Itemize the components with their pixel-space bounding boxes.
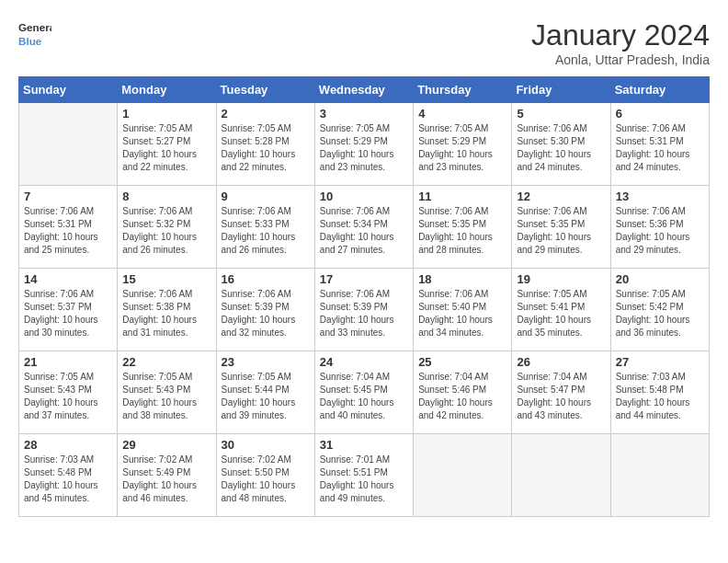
calendar-cell: 25Sunrise: 7:04 AMSunset: 5:46 PMDayligh… — [414, 351, 512, 434]
calendar-cell: 3Sunrise: 7:05 AMSunset: 5:29 PMDaylight… — [314, 103, 413, 186]
cell-content: Sunrise: 7:03 AMSunset: 5:48 PMDaylight:… — [24, 454, 112, 505]
logo: General Blue — [18, 18, 51, 52]
day-number: 30 — [222, 438, 310, 452]
calendar-cell: 31Sunrise: 7:01 AMSunset: 5:51 PMDayligh… — [314, 434, 413, 517]
cell-content: Sunrise: 7:05 AMSunset: 5:44 PMDaylight:… — [222, 371, 310, 422]
day-number: 7 — [24, 190, 112, 203]
cell-content: Sunrise: 7:01 AMSunset: 5:51 PMDaylight:… — [320, 454, 408, 505]
cell-content: Sunrise: 7:06 AMSunset: 5:30 PMDaylight:… — [517, 122, 605, 174]
cell-content: Sunrise: 7:02 AMSunset: 5:50 PMDaylight:… — [222, 454, 310, 505]
cell-content: Sunrise: 7:06 AMSunset: 5:35 PMDaylight:… — [418, 205, 506, 257]
day-number: 9 — [222, 190, 310, 203]
calendar-cell: 5Sunrise: 7:06 AMSunset: 5:30 PMDaylight… — [512, 103, 610, 186]
calendar-cell: 1Sunrise: 7:05 AMSunset: 5:27 PMDaylight… — [118, 103, 216, 186]
weekday-header: Sunday — [19, 77, 118, 103]
cell-content: Sunrise: 7:05 AMSunset: 5:28 PMDaylight:… — [222, 122, 310, 174]
calendar-cell — [414, 434, 512, 517]
calendar-cell: 11Sunrise: 7:06 AMSunset: 5:35 PMDayligh… — [414, 186, 512, 269]
day-number: 19 — [517, 272, 605, 286]
calendar-cell — [512, 434, 610, 517]
calendar-cell: 2Sunrise: 7:05 AMSunset: 5:28 PMDaylight… — [216, 103, 314, 186]
day-number: 20 — [616, 272, 704, 286]
cell-content: Sunrise: 7:06 AMSunset: 5:37 PMDaylight:… — [24, 288, 112, 339]
page-header: General Blue January 2024 Aonla, Uttar P… — [18, 18, 710, 67]
day-number: 3 — [320, 107, 408, 121]
day-number: 1 — [122, 107, 210, 121]
cell-content: Sunrise: 7:03 AMSunset: 5:48 PMDaylight:… — [616, 371, 704, 422]
cell-content: Sunrise: 7:05 AMSunset: 5:43 PMDaylight:… — [122, 371, 210, 422]
calendar-cell: 10Sunrise: 7:06 AMSunset: 5:34 PMDayligh… — [314, 186, 413, 269]
calendar-cell: 20Sunrise: 7:05 AMSunset: 5:42 PMDayligh… — [610, 269, 709, 351]
calendar-cell: 24Sunrise: 7:04 AMSunset: 5:45 PMDayligh… — [314, 351, 413, 434]
weekday-header: Tuesday — [216, 77, 314, 103]
calendar-cell: 18Sunrise: 7:06 AMSunset: 5:40 PMDayligh… — [414, 269, 512, 351]
cell-content: Sunrise: 7:06 AMSunset: 5:32 PMDaylight:… — [122, 205, 210, 257]
day-number: 12 — [517, 190, 605, 203]
calendar-week-row: 1Sunrise: 7:05 AMSunset: 5:27 PMDaylight… — [19, 103, 710, 186]
weekday-header-row: SundayMondayTuesdayWednesdayThursdayFrid… — [19, 77, 710, 103]
calendar-week-row: 28Sunrise: 7:03 AMSunset: 5:48 PMDayligh… — [19, 434, 710, 517]
cell-content: Sunrise: 7:06 AMSunset: 5:39 PMDaylight:… — [320, 288, 408, 339]
cell-content: Sunrise: 7:06 AMSunset: 5:36 PMDaylight:… — [616, 205, 704, 257]
calendar-table: SundayMondayTuesdayWednesdayThursdayFrid… — [18, 76, 710, 517]
calendar-cell: 7Sunrise: 7:06 AMSunset: 5:31 PMDaylight… — [19, 186, 118, 269]
cell-content: Sunrise: 7:06 AMSunset: 5:31 PMDaylight:… — [24, 205, 112, 257]
calendar-week-row: 7Sunrise: 7:06 AMSunset: 5:31 PMDaylight… — [19, 186, 710, 269]
weekday-header: Friday — [512, 77, 610, 103]
cell-content: Sunrise: 7:05 AMSunset: 5:43 PMDaylight:… — [24, 371, 112, 422]
day-number: 6 — [616, 107, 704, 121]
cell-content: Sunrise: 7:06 AMSunset: 5:39 PMDaylight:… — [222, 288, 310, 339]
cell-content: Sunrise: 7:06 AMSunset: 5:35 PMDaylight:… — [517, 205, 605, 257]
calendar-cell: 6Sunrise: 7:06 AMSunset: 5:31 PMDaylight… — [610, 103, 709, 186]
calendar-cell — [610, 434, 709, 517]
cell-content: Sunrise: 7:04 AMSunset: 5:46 PMDaylight:… — [418, 371, 506, 422]
day-number: 4 — [418, 107, 506, 121]
day-number: 29 — [122, 438, 210, 452]
calendar-cell: 12Sunrise: 7:06 AMSunset: 5:35 PMDayligh… — [512, 186, 610, 269]
day-number: 21 — [24, 355, 112, 369]
day-number: 18 — [418, 272, 506, 286]
month-title: January 2024 — [531, 18, 710, 52]
svg-text:Blue: Blue — [18, 35, 42, 47]
weekday-header: Thursday — [414, 77, 512, 103]
day-number: 17 — [320, 272, 408, 286]
calendar-cell: 30Sunrise: 7:02 AMSunset: 5:50 PMDayligh… — [216, 434, 314, 517]
cell-content: Sunrise: 7:06 AMSunset: 5:31 PMDaylight:… — [616, 122, 704, 174]
cell-content: Sunrise: 7:05 AMSunset: 5:29 PMDaylight:… — [320, 122, 408, 174]
cell-content: Sunrise: 7:04 AMSunset: 5:47 PMDaylight:… — [517, 371, 605, 422]
day-number: 13 — [616, 190, 704, 203]
weekday-header: Monday — [118, 77, 216, 103]
svg-text:General: General — [18, 21, 51, 33]
day-number: 5 — [517, 107, 605, 121]
day-number: 8 — [122, 190, 210, 203]
calendar-cell: 9Sunrise: 7:06 AMSunset: 5:33 PMDaylight… — [216, 186, 314, 269]
day-number: 15 — [122, 272, 210, 286]
calendar-cell: 27Sunrise: 7:03 AMSunset: 5:48 PMDayligh… — [610, 351, 709, 434]
calendar-cell: 4Sunrise: 7:05 AMSunset: 5:29 PMDaylight… — [414, 103, 512, 186]
day-number: 25 — [418, 355, 506, 369]
calendar-cell: 15Sunrise: 7:06 AMSunset: 5:38 PMDayligh… — [118, 269, 216, 351]
day-number: 23 — [222, 355, 310, 369]
day-number: 14 — [24, 272, 112, 286]
title-block: January 2024 Aonla, Uttar Pradesh, India — [531, 18, 710, 67]
calendar-cell: 14Sunrise: 7:06 AMSunset: 5:37 PMDayligh… — [19, 269, 118, 351]
day-number: 28 — [24, 438, 112, 452]
cell-content: Sunrise: 7:05 AMSunset: 5:29 PMDaylight:… — [418, 122, 506, 174]
calendar-cell: 19Sunrise: 7:05 AMSunset: 5:41 PMDayligh… — [512, 269, 610, 351]
calendar-cell: 26Sunrise: 7:04 AMSunset: 5:47 PMDayligh… — [512, 351, 610, 434]
calendar-week-row: 14Sunrise: 7:06 AMSunset: 5:37 PMDayligh… — [19, 269, 710, 351]
calendar-cell: 29Sunrise: 7:02 AMSunset: 5:49 PMDayligh… — [118, 434, 216, 517]
calendar-cell — [19, 103, 118, 186]
logo-icon: General Blue — [18, 18, 51, 52]
day-number: 10 — [320, 190, 408, 203]
cell-content: Sunrise: 7:06 AMSunset: 5:40 PMDaylight:… — [418, 288, 506, 339]
cell-content: Sunrise: 7:06 AMSunset: 5:38 PMDaylight:… — [122, 288, 210, 339]
cell-content: Sunrise: 7:06 AMSunset: 5:34 PMDaylight:… — [320, 205, 408, 257]
calendar-cell: 21Sunrise: 7:05 AMSunset: 5:43 PMDayligh… — [19, 351, 118, 434]
cell-content: Sunrise: 7:05 AMSunset: 5:27 PMDaylight:… — [122, 122, 210, 174]
day-number: 31 — [320, 438, 408, 452]
day-number: 26 — [517, 355, 605, 369]
calendar-cell: 13Sunrise: 7:06 AMSunset: 5:36 PMDayligh… — [610, 186, 709, 269]
calendar-cell: 17Sunrise: 7:06 AMSunset: 5:39 PMDayligh… — [314, 269, 413, 351]
cell-content: Sunrise: 7:05 AMSunset: 5:41 PMDaylight:… — [517, 288, 605, 339]
